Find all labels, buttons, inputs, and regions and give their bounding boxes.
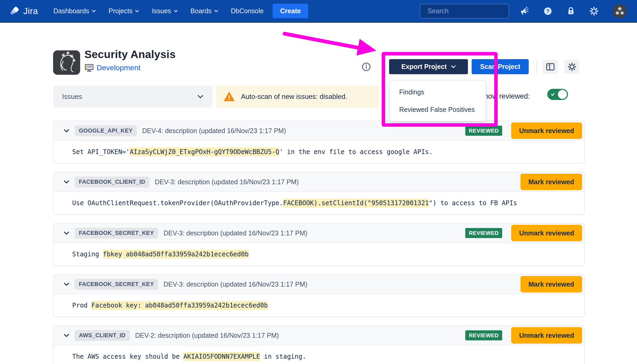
finding-header: FACEBOOK_SECRET_KEYDEV-3: description (u…	[54, 275, 584, 294]
toggle-knob	[558, 90, 567, 99]
secret-highlight: AIzaSyCLWjZ0_ETxgPOxH-gQYT9ODeWcBBZU5-Q	[130, 147, 279, 156]
secret-highlight: Facebook key: ab048ad50ffa33959a242b1ece…	[91, 301, 268, 310]
export-project-button[interactable]: Export Project	[389, 59, 468, 74]
nav-item-label: Dashboards	[53, 7, 89, 15]
finding-body: Prod Facebook key: ab048ad50ffa33959a242…	[54, 294, 584, 317]
finding-card: FACEBOOK_SECRET_KEYDEV-3: description (u…	[53, 223, 585, 266]
finding-body: Staging fbkey ab048ad50ffa33959a242b1ece…	[54, 243, 584, 265]
brand-name: Jira	[23, 6, 38, 16]
layout-panel-button[interactable]	[543, 60, 558, 74]
security-analysis-page: Jira DashboardsProjectsIssuesBoardsDbCon…	[0, 0, 637, 364]
check-icon	[550, 92, 555, 97]
expand-chevron-icon[interactable]	[64, 334, 69, 337]
finding-card: GOOGLE_API_KEYDEV-4: description (update…	[53, 121, 585, 164]
warning-icon	[224, 92, 235, 102]
unmark-reviewed-button[interactable]: Unmark reviewed	[511, 327, 582, 344]
annotation-arrow	[276, 25, 388, 62]
announcement-icon[interactable]	[520, 6, 529, 16]
finding-header: AWS_CLIENT_IDDEV-2: description (updated…	[54, 326, 584, 345]
show-reviewed-label: Show reviewed:	[479, 92, 530, 100]
secret-highlight: FACEBOOK).setClientId("950513172001321	[283, 199, 429, 208]
expand-chevron-icon[interactable]	[64, 283, 69, 286]
svg-text:?: ?	[546, 8, 549, 14]
chevron-down-icon	[92, 10, 96, 12]
finding-title: DEV-3: description (updated 16/Nov/23 1:…	[163, 280, 307, 288]
finding-header: GOOGLE_API_KEYDEV-4: description (update…	[54, 121, 584, 141]
show-reviewed-toggle[interactable]	[547, 89, 568, 100]
lock-icon[interactable]	[566, 7, 575, 16]
project-type-row: Development	[84, 64, 140, 72]
finding-code-snippet: Staging fbkey ab048ad50ffa33959a242b1ece…	[72, 251, 249, 258]
finding-code-snippet: Use OAuthClientRequest.tokenProvider(OAu…	[72, 199, 517, 207]
nav-item-label: Projects	[109, 7, 132, 15]
nav-item-dbconsole[interactable]: DbConsole	[231, 7, 264, 15]
finding-title: DEV-4: description (updated 16/Nov/23 1:…	[142, 127, 286, 135]
unmark-reviewed-button[interactable]: Unmark reviewed	[511, 122, 582, 139]
project-avatar[interactable]	[53, 50, 80, 75]
code-text: Staging	[72, 251, 103, 258]
mark-reviewed-button[interactable]: Mark reviewed	[520, 276, 582, 292]
expand-chevron-icon[interactable]	[64, 180, 69, 184]
nav-item-label: Issues	[152, 7, 171, 15]
chevron-down-icon	[214, 10, 218, 12]
finding-card: FACEBOOK_CLIENT_IDDEV-3: description (up…	[53, 172, 585, 215]
help-icon[interactable]: ?	[543, 6, 553, 16]
user-avatar[interactable]	[613, 4, 627, 18]
expand-chevron-icon[interactable]	[64, 231, 69, 235]
finding-key-badge: GOOGLE_API_KEY	[75, 125, 137, 136]
findings-list: GOOGLE_API_KEYDEV-4: description (update…	[53, 121, 585, 364]
create-button[interactable]: Create	[273, 4, 308, 18]
nav-item-boards[interactable]: Boards	[191, 7, 218, 15]
mark-reviewed-button[interactable]: Mark reviewed	[520, 174, 582, 190]
header-divider	[537, 60, 537, 73]
settings-gear-icon[interactable]	[589, 6, 599, 16]
finding-key-badge: FACEBOOK_SECRET_KEY	[75, 279, 158, 290]
jira-logo-icon	[10, 6, 20, 16]
info-icon[interactable]	[359, 60, 373, 74]
chevron-down-icon	[135, 10, 139, 12]
code-text: The AWS access key should be	[72, 353, 183, 360]
layout-panel-icon	[546, 63, 555, 71]
finding-key-badge: FACEBOOK_SECRET_KEY	[75, 228, 158, 239]
finding-body: Set API_TOKEN='AIzaSyCLWjZ0_ETxgPOxH-gQY…	[54, 141, 584, 163]
chevron-down-icon	[197, 95, 203, 98]
monitor-icon	[84, 64, 94, 72]
jira-logo[interactable]: Jira	[10, 6, 38, 16]
reviewed-status-badge: REVIEWED	[465, 126, 502, 136]
unmark-reviewed-button[interactable]: Unmark reviewed	[511, 225, 582, 241]
menu-item-findings[interactable]: Findings	[390, 84, 485, 100]
finding-header: FACEBOOK_SECRET_KEYDEV-3: description (u…	[54, 223, 584, 243]
issues-filter-dropdown[interactable]: Issues	[53, 86, 212, 108]
code-text: Prod	[72, 302, 91, 309]
issues-filter-label: Issues	[62, 93, 82, 101]
search-input[interactable]	[428, 7, 513, 15]
expand-chevron-icon[interactable]	[64, 129, 69, 133]
search-box[interactable]	[420, 4, 509, 19]
page-settings-button[interactable]	[564, 60, 579, 74]
nav-item-issues[interactable]: Issues	[152, 7, 178, 15]
nav-icons: ?	[520, 4, 627, 18]
finding-code-snippet: The AWS access key should be AKIAIO5FODN…	[72, 353, 306, 360]
autoscan-warning-text: Auto-scan of new issues: disabled.	[241, 93, 347, 101]
reviewed-status-badge: REVIEWED	[465, 228, 502, 238]
top-navbar: Jira DashboardsProjectsIssuesBoardsDbCon…	[0, 0, 637, 22]
scan-project-button[interactable]: Scan Project	[472, 59, 529, 74]
finding-body: The AWS access key should be AKIAIO5FODN…	[54, 345, 584, 364]
nav-item-label: DbConsole	[231, 7, 264, 15]
development-link[interactable]: Development	[97, 64, 140, 72]
nav-bottom-shadow	[0, 22, 637, 23]
nav-item-label: Boards	[191, 7, 212, 15]
menu-item-reviewed-false-positives[interactable]: Reviewed False Positives	[390, 102, 485, 117]
finding-key-badge: AWS_CLIENT_ID	[75, 330, 130, 341]
finding-card: FACEBOOK_SECRET_KEYDEV-3: description (u…	[53, 274, 585, 317]
nav-item-dashboards[interactable]: Dashboards	[53, 7, 96, 15]
code-text: Set API_TOKEN='	[72, 148, 130, 156]
nav-item-projects[interactable]: Projects	[109, 7, 139, 15]
secret-highlight: AKIAIO5FODNN7EXAMPLE	[183, 352, 260, 361]
code-text: ' in the env file to access google APIs.	[279, 148, 433, 156]
export-project-label: Export Project	[401, 63, 447, 71]
page-title: Security Analysis	[84, 48, 176, 61]
finding-card: AWS_CLIENT_IDDEV-2: description (updated…	[53, 325, 585, 364]
finding-body: Use OAuthClientRequest.tokenProvider(OAu…	[54, 192, 584, 214]
export-project-menu: FindingsReviewed False Positives	[389, 80, 486, 121]
